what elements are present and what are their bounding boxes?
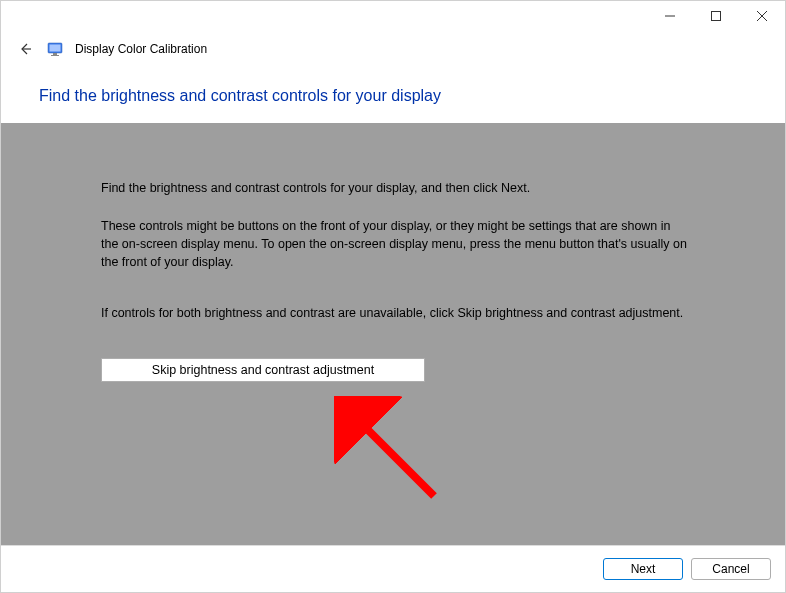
close-button[interactable] (739, 1, 785, 31)
instruction-paragraph-2: These controls might be buttons on the f… (101, 217, 689, 271)
svg-rect-8 (51, 55, 59, 56)
minimize-button[interactable] (647, 1, 693, 31)
cancel-button[interactable]: Cancel (691, 558, 771, 580)
window-controls (647, 1, 785, 31)
instruction-paragraph-1: Find the brightness and contrast control… (101, 179, 689, 197)
svg-rect-1 (712, 12, 721, 21)
svg-rect-7 (53, 53, 57, 55)
back-button[interactable] (15, 39, 35, 59)
dialog-footer: Next Cancel (1, 545, 785, 592)
app-title: Display Color Calibration (75, 42, 207, 56)
content-area: Find the brightness and contrast control… (1, 123, 785, 547)
svg-rect-6 (50, 45, 61, 52)
window-titlebar (1, 1, 785, 31)
skip-brightness-contrast-button[interactable]: Skip brightness and contrast adjustment (101, 358, 425, 382)
header-bar: Display Color Calibration (1, 31, 785, 63)
maximize-button[interactable] (693, 1, 739, 31)
instruction-paragraph-3: If controls for both brightness and cont… (101, 304, 689, 322)
page-title: Find the brightness and contrast control… (1, 63, 785, 123)
next-button[interactable]: Next (603, 558, 683, 580)
display-calibration-icon (47, 41, 63, 57)
